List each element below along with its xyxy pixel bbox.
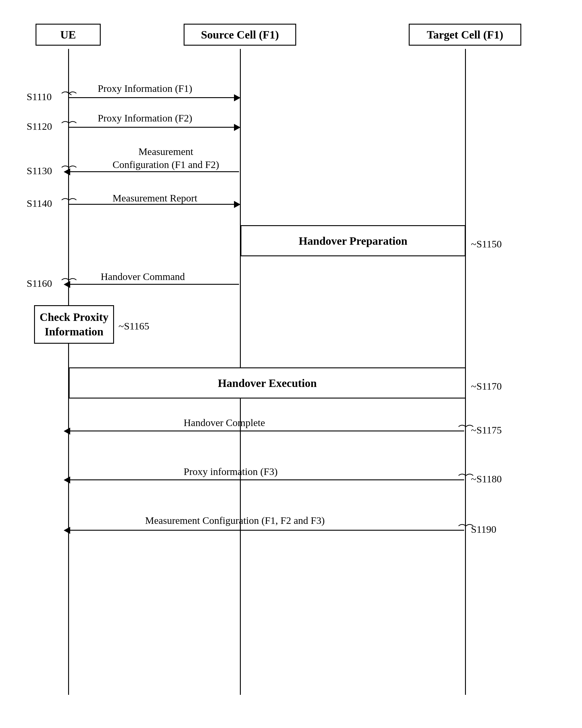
arrow-s1175-line [69,431,464,432]
squiggle-s1120 [61,119,76,127]
step-s1190: S1190 [471,524,496,535]
msg-s1110: Proxy Information (F1) [98,83,192,94]
arrow-s1120-head [234,124,240,131]
arrow-s1180-head [64,476,70,484]
arrow-s1190-line [69,530,464,531]
step-s1160: S1160 [27,278,52,289]
step-s1180: ~S1180 [471,473,502,485]
process-handover-execution: Handover Execution [69,367,466,398]
arrow-s1180-line [69,479,464,480]
arrow-s1110-line [69,97,239,98]
step-s1110: S1110 [27,91,52,103]
process-handover-preparation: Handover Preparation [240,225,466,256]
msg-s1140: Measurement Report [112,192,197,204]
step-s1130: S1130 [27,165,52,177]
entity-source: Source Cell (F1) [184,24,296,46]
arrow-s1120-line [69,127,239,128]
source-drop-line [240,256,241,285]
arrow-s1175-head [64,427,70,435]
msg-s1120: Proxy Information (F2) [98,112,192,124]
arrow-s1190-head [64,527,70,534]
arrow-s1160-head [64,281,70,288]
msg-s1175: Handover Complete [184,417,265,428]
step-s1150: ~S1150 [471,238,502,250]
arrow-s1130-line [69,171,239,172]
squiggle-s1140 [61,196,76,204]
arrow-s1130-head [64,168,70,175]
arrow-s1110-head [234,94,240,101]
process-check-proxity: Check ProxityInformation [34,305,114,344]
arrow-s1140-head [234,201,240,208]
msg-s1180: Proxy information (F3) [184,466,277,477]
step-s1165: ~S1165 [118,320,149,332]
msg-s1160: Handover Command [101,271,185,282]
arrow-s1140-line [69,204,239,205]
squiggle-s1110 [61,89,76,98]
entity-target: Target Cell (F1) [409,24,521,46]
step-s1175: ~S1175 [471,424,502,436]
entity-ue: UE [35,24,101,46]
msg-s1130: MeasurementConfiguration (F1 and F2) [112,145,219,171]
step-s1170: ~S1170 [471,381,502,392]
step-s1120: S1120 [27,121,52,132]
arrow-s1160-line [69,284,239,285]
step-s1140: S1140 [27,198,52,209]
msg-s1190: Measurement Configuration (F1, F2 and F3… [145,515,325,526]
sequence-diagram: UE Source Cell (F1) Target Cell (F1) S11… [18,18,564,714]
